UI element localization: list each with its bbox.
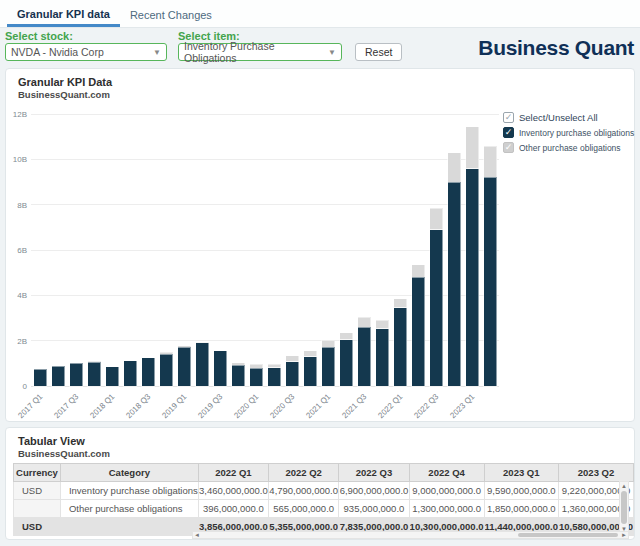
x-axis-tick-label: 2020 Q3	[268, 392, 296, 419]
bar-inventory-purchase-obligations[interactable]	[358, 327, 371, 386]
legend-other[interactable]: ✓ Other purchase obligations	[503, 142, 635, 153]
tab-granular-kpi-data[interactable]: Granular KPI data	[7, 1, 120, 27]
bar-inventory-purchase-obligations[interactable]	[124, 361, 137, 386]
bar-other-purchase-obligations[interactable]	[484, 146, 497, 177]
bar-other-purchase-obligations[interactable]	[412, 265, 425, 278]
scroll-right-icon[interactable]: ►	[620, 532, 628, 538]
x-axis-tick-label: 2017 Q3	[52, 392, 80, 419]
x-axis-tick-label: 2017 Q1	[16, 392, 44, 419]
value-cell: 396,000,000.0	[198, 500, 268, 518]
bar-other-purchase-obligations[interactable]	[430, 208, 443, 229]
table-row: Other purchase obligations396,000,000.05…	[14, 500, 634, 518]
value-cell: 1,300,000,000.0	[409, 500, 484, 518]
bar-inventory-purchase-obligations[interactable]	[250, 368, 263, 386]
table-vertical-scrollbar[interactable]: ▲ ▼	[619, 481, 629, 534]
bar-other-purchase-obligations[interactable]	[466, 127, 479, 169]
bar-inventory-purchase-obligations[interactable]	[232, 365, 245, 386]
legend-inventory[interactable]: ✓ Inventory purchase obligations	[503, 127, 635, 138]
bar-inventory-purchase-obligations[interactable]	[160, 354, 173, 386]
value-cell: 3,460,000,000.0	[198, 482, 268, 500]
bar-inventory-purchase-obligations[interactable]	[52, 366, 65, 386]
bar-inventory-purchase-obligations[interactable]	[268, 368, 281, 386]
legend-other-label: Other purchase obligations	[519, 143, 621, 153]
legend-select-all-label: Select/Unselect All	[519, 112, 598, 123]
bar-other-purchase-obligations[interactable]	[232, 363, 245, 366]
table-header-cell: Currency	[14, 464, 61, 482]
value-cell: 935,000,000.0	[339, 500, 409, 518]
bar-inventory-purchase-obligations[interactable]	[394, 308, 407, 386]
bar-inventory-purchase-obligations[interactable]	[178, 347, 191, 386]
bar-other-purchase-obligations[interactable]	[250, 364, 263, 368]
bar-other-purchase-obligations[interactable]	[394, 299, 407, 308]
table-header-cell: 2023 Q2	[559, 464, 634, 482]
bar-inventory-purchase-obligations[interactable]	[106, 367, 119, 386]
currency-cell	[14, 500, 61, 518]
bar-inventory-purchase-obligations[interactable]	[340, 340, 353, 386]
tab-bar: Granular KPI data Recent Changes	[0, 0, 640, 28]
bar-inventory-purchase-obligations[interactable]	[448, 182, 461, 386]
legend-select-all[interactable]: ✓ Select/Unselect All	[503, 112, 635, 123]
category-cell	[60, 518, 198, 536]
x-axis-tick-label: 2019 Q3	[196, 392, 224, 419]
bar-other-purchase-obligations[interactable]	[268, 364, 281, 367]
bar-inventory-purchase-obligations[interactable]	[70, 363, 83, 386]
bar-other-purchase-obligations[interactable]	[448, 153, 461, 182]
scroll-left-icon[interactable]: ◄	[193, 532, 201, 538]
stock-filter-group: Select stock: NVDA - Nvidia Corp ▼	[5, 30, 167, 61]
vertical-scroll-thumb[interactable]	[621, 491, 627, 524]
legend-inventory-label: Inventory purchase obligations	[519, 128, 634, 138]
item-filter-group: Select item: Inventory Purchase Obligati…	[178, 30, 342, 61]
checkbox-select-all[interactable]: ✓	[503, 112, 514, 123]
bar-inventory-purchase-obligations[interactable]	[484, 177, 497, 386]
checkbox-other[interactable]: ✓	[503, 142, 514, 153]
stock-select[interactable]: NVDA - Nvidia Corp ▼	[5, 43, 167, 61]
y-axis-tick-label: 0	[23, 382, 28, 391]
bar-inventory-purchase-obligations[interactable]	[142, 358, 155, 386]
tab-recent-changes[interactable]: Recent Changes	[120, 2, 222, 27]
currency-cell: USD	[14, 518, 61, 536]
bar-inventory-purchase-obligations[interactable]	[196, 343, 209, 386]
chart-panel: Granular KPI Data BusinessQuant.com 02B4…	[5, 68, 635, 422]
table-horizontal-scrollbar[interactable]: ◄ ►	[192, 531, 629, 539]
x-axis-tick-label: 2018 Q3	[124, 392, 152, 419]
bar-other-purchase-obligations[interactable]	[340, 333, 353, 340]
item-select[interactable]: Inventory Purchase Obligations ▼	[178, 43, 342, 61]
reset-button[interactable]: Reset	[355, 43, 402, 61]
bar-other-purchase-obligations[interactable]	[304, 351, 317, 357]
horizontal-scroll-thumb[interactable]	[518, 533, 618, 537]
bar-inventory-purchase-obligations[interactable]	[466, 169, 479, 386]
bar-other-purchase-obligations[interactable]	[376, 320, 389, 329]
y-axis-tick-label: 8B	[17, 201, 27, 210]
bar-other-purchase-obligations[interactable]	[160, 352, 173, 354]
bar-inventory-purchase-obligations[interactable]	[286, 362, 299, 386]
chart-legend: ✓ Select/Unselect All ✓ Inventory purcha…	[503, 112, 635, 157]
y-axis-tick-label: 12B	[13, 110, 27, 119]
scroll-up-icon[interactable]: ▲	[621, 482, 627, 490]
horizontal-scroll-track[interactable]	[201, 532, 620, 538]
bar-inventory-purchase-obligations[interactable]	[412, 277, 425, 386]
x-axis-tick-label: 2022 Q1	[376, 392, 404, 419]
chart-title: Granular KPI Data	[6, 69, 634, 88]
bar-other-purchase-obligations[interactable]	[286, 356, 299, 362]
table-subtitle: BusinessQuant.com	[6, 447, 634, 459]
bar-inventory-purchase-obligations[interactable]	[214, 351, 227, 386]
bar-inventory-purchase-obligations[interactable]	[34, 369, 47, 386]
value-cell: 9,590,000,000.0	[484, 482, 558, 500]
checkbox-inventory[interactable]: ✓	[503, 127, 514, 138]
bar-other-purchase-obligations[interactable]	[322, 340, 335, 347]
x-axis-tick-label: 2023 Q1	[448, 392, 476, 419]
logo-text-quant: Quant	[575, 36, 634, 59]
value-cell: 9,000,000,000.0	[409, 482, 484, 500]
x-axis-tick-label: 2022 Q3	[412, 392, 440, 419]
item-select-value: Inventory Purchase Obligations	[184, 40, 328, 64]
bar-inventory-purchase-obligations[interactable]	[304, 357, 317, 386]
bar-inventory-purchase-obligations[interactable]	[88, 362, 101, 386]
bar-other-purchase-obligations[interactable]	[358, 317, 371, 327]
bar-inventory-purchase-obligations[interactable]	[322, 347, 335, 386]
table-header-cell: 2022 Q2	[269, 464, 339, 482]
bar-inventory-purchase-obligations[interactable]	[376, 329, 389, 386]
table-panel: Tabular View BusinessQuant.com CurrencyC…	[5, 427, 635, 540]
chevron-down-icon: ▼	[328, 48, 336, 57]
bar-inventory-purchase-obligations[interactable]	[430, 230, 443, 386]
table-header-cell: 2022 Q1	[198, 464, 268, 482]
